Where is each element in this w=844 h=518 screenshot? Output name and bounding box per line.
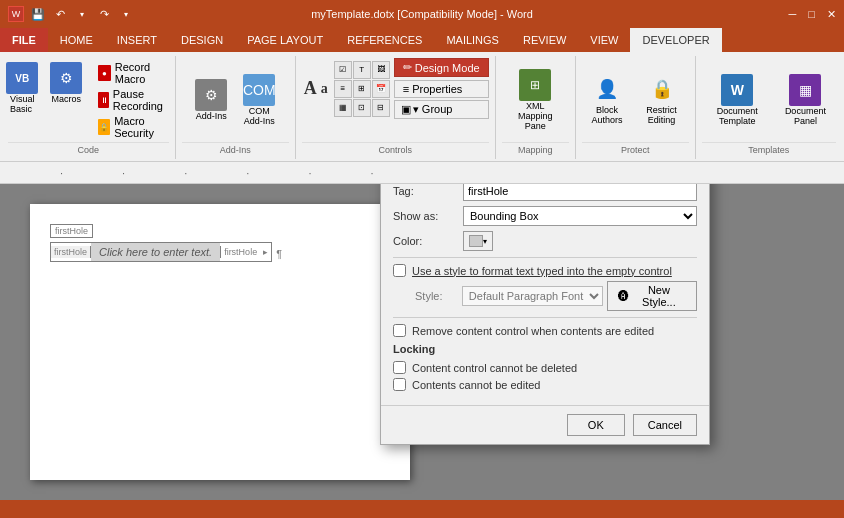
ribbon: VB VisualBasic ⚙ Macros ● Record Macro ⏸… xyxy=(0,52,844,162)
properties-icon: ≡ xyxy=(403,83,409,95)
ok-button[interactable]: OK xyxy=(567,414,625,436)
font-buttons: A a xyxy=(302,78,330,99)
minimize-button[interactable]: ─ xyxy=(789,8,797,21)
addins-group-content: ⚙ Add-Ins COM COMAdd-Ins xyxy=(189,58,281,142)
design-props-column: ✏ Design Mode ≡ Properties ▣ ▾ Group xyxy=(394,58,489,119)
color-swatch xyxy=(469,235,483,247)
properties-button[interactable]: ≡ Properties xyxy=(394,80,489,98)
tab-file[interactable]: FILE xyxy=(0,28,48,52)
color-picker-button[interactable]: ▾ xyxy=(463,231,493,251)
repeating-control[interactable]: ⊟ xyxy=(372,99,390,117)
tab-insert[interactable]: INSERT xyxy=(105,28,169,52)
undo-button[interactable]: ↶ xyxy=(50,4,70,24)
tab-design[interactable]: DESIGN xyxy=(169,28,235,52)
custom-xml-control[interactable]: ⊡ xyxy=(353,99,371,117)
style-label: Style: xyxy=(415,290,462,302)
use-style-label-text: Use a style to format text typed into th… xyxy=(412,265,672,277)
lock-edit-checkbox[interactable] xyxy=(393,378,406,391)
close-button[interactable]: ✕ xyxy=(827,8,836,21)
tab-page-layout[interactable]: PAGE LAYOUT xyxy=(235,28,335,52)
tag-input[interactable] xyxy=(463,184,697,201)
content-control-row: firstHole Click here to enter text. firs… xyxy=(50,242,390,266)
visual-basic-icon: VB xyxy=(6,62,38,94)
save-button[interactable]: 💾 xyxy=(28,4,48,24)
block-control[interactable]: ▦ xyxy=(334,99,352,117)
pause-recording-button[interactable]: ⏸ Pause Recording xyxy=(94,87,172,113)
cancel-button[interactable]: Cancel xyxy=(633,414,697,436)
show-as-label: Show as: xyxy=(393,210,463,222)
window-title: myTemplate.dotx [Compatibility Mode] - W… xyxy=(311,8,533,20)
mapping-group-label: Mapping xyxy=(502,142,569,157)
addins-group-label: Add-Ins xyxy=(182,142,289,157)
maximize-button[interactable]: □ xyxy=(808,8,815,21)
mapping-group-content: ⊞ XML MappingPane xyxy=(502,58,569,142)
protect-group-content: 👤 Block Authors 🔒 Restrict Editing xyxy=(582,58,689,142)
record-macro-button[interactable]: ● Record Macro xyxy=(94,60,172,86)
text-control[interactable]: T xyxy=(353,61,371,79)
tab-home[interactable]: HOME xyxy=(48,28,105,52)
new-style-button[interactable]: 🅐 New Style... xyxy=(607,281,697,311)
ribbon-group-addins: ⚙ Add-Ins COM COMAdd-Ins Add-Ins xyxy=(176,56,296,159)
visual-basic-button[interactable]: VB VisualBasic xyxy=(2,58,42,118)
remove-checkbox[interactable] xyxy=(393,324,406,337)
restrict-editing-button[interactable]: 🔒 Restrict Editing xyxy=(635,71,689,129)
date-control[interactable]: 📅 xyxy=(372,80,390,98)
document-panel-label: Document Panel xyxy=(781,106,830,126)
dialog-footer: OK Cancel xyxy=(381,405,709,444)
record-macro-icon: ● xyxy=(98,65,110,81)
use-style-checkbox[interactable] xyxy=(393,264,406,277)
macro-security-button[interactable]: 🔒 Macro Security xyxy=(94,114,172,140)
font-small-button[interactable]: a xyxy=(319,81,330,97)
tab-mailings[interactable]: MAILINGS xyxy=(434,28,511,52)
record-macro-label: Record Macro xyxy=(115,61,169,85)
combo-control[interactable]: ⊞ xyxy=(353,80,371,98)
ruler: · · · · · · xyxy=(0,162,844,184)
com-add-ins-icon: COM xyxy=(243,74,275,106)
xml-mapping-button[interactable]: ⊞ XML MappingPane xyxy=(502,65,569,135)
group-button[interactable]: ▣ ▾ Group xyxy=(394,100,489,119)
design-mode-label: Design Mode xyxy=(415,62,480,74)
undo-dropdown[interactable]: ▾ xyxy=(72,4,92,24)
document-template-button[interactable]: W Document Template xyxy=(702,70,773,130)
macros-button[interactable]: ⚙ Macros xyxy=(46,58,86,118)
com-add-ins-button[interactable]: COM COMAdd-Ins xyxy=(237,70,281,130)
pause-recording-icon: ⏸ xyxy=(98,92,109,108)
tab-developer[interactable]: DEVELOPER xyxy=(630,28,721,52)
show-as-select[interactable]: Bounding Box Start/End Tag None xyxy=(463,206,697,226)
lock-edit-label: Contents cannot be edited xyxy=(412,379,540,391)
checkbox-control[interactable]: ☑ xyxy=(334,61,352,79)
content-control[interactable]: firstHole Click here to enter text. firs… xyxy=(50,242,272,262)
control-header-label: firstHole xyxy=(50,224,93,238)
use-style-label: Use a style to format text typed into th… xyxy=(412,265,672,277)
cc-start-label: firstHole xyxy=(51,246,91,258)
tab-review[interactable]: REVIEW xyxy=(511,28,578,52)
document-template-icon: W xyxy=(721,74,753,106)
customize-quick-access[interactable]: ▾ xyxy=(116,4,136,24)
image-control[interactable]: 🖼 xyxy=(372,61,390,79)
remove-label: Remove content control when contents are… xyxy=(412,325,654,337)
add-ins-button[interactable]: ⚙ Add-Ins xyxy=(189,75,233,125)
group-icon: ▣ xyxy=(401,103,411,116)
document-panel-button[interactable]: ▦ Document Panel xyxy=(775,70,836,130)
lock-delete-checkbox[interactable] xyxy=(393,361,406,374)
restrict-editing-icon: 🔒 xyxy=(648,75,676,103)
tab-references[interactable]: REFERENCES xyxy=(335,28,434,52)
controls-top-row: A a ☑ T 🖼 ≡ ⊞ 📅 ▦ ⊡ ⊟ xyxy=(302,58,489,119)
design-mode-button[interactable]: ✏ Design Mode xyxy=(394,58,489,77)
cc-placeholder[interactable]: Click here to enter text. xyxy=(91,243,220,261)
redo-button[interactable]: ↷ xyxy=(94,4,114,24)
code-large-btns: VB VisualBasic ⚙ Macros xyxy=(2,58,86,118)
block-authors-button[interactable]: 👤 Block Authors xyxy=(582,71,633,129)
status-bar xyxy=(0,500,844,518)
style-select[interactable]: Default Paragraph Font xyxy=(462,286,603,306)
list-control[interactable]: ≡ xyxy=(334,80,352,98)
tab-view[interactable]: VIEW xyxy=(578,28,630,52)
font-large-button[interactable]: A xyxy=(302,78,319,99)
remove-label-text: Remove content control when contents are… xyxy=(412,325,654,337)
com-add-ins-label: COMAdd-Ins xyxy=(244,106,275,126)
use-style-row: Use a style to format text typed into th… xyxy=(393,264,697,277)
group-label: ▾ Group xyxy=(413,103,453,116)
cc-handle[interactable]: ▸ xyxy=(260,246,271,258)
controls-matrix: ☑ T 🖼 ≡ ⊞ 📅 ▦ ⊡ ⊟ xyxy=(334,61,390,117)
locking-delete-row: Content control cannot be deleted xyxy=(393,361,697,374)
